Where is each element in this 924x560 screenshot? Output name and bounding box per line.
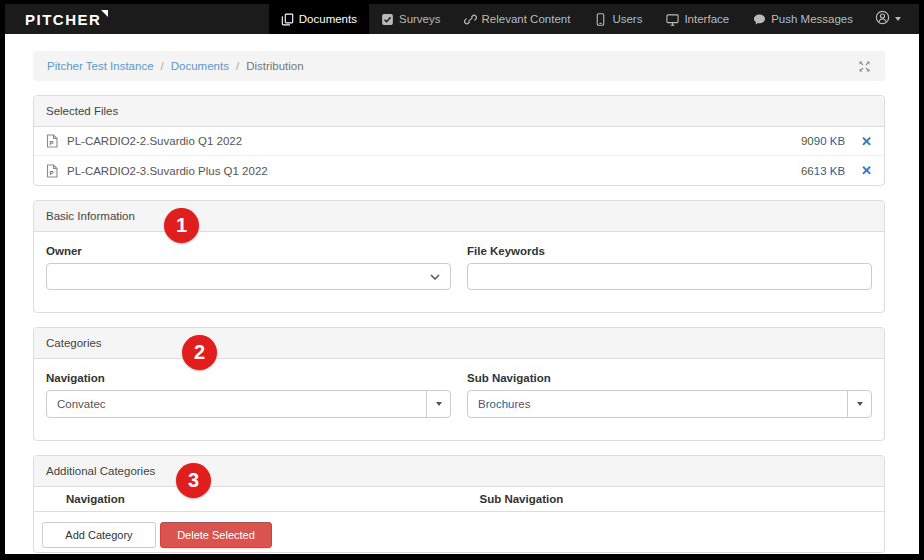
remove-file-button[interactable]: ✕ — [861, 164, 872, 177]
file-row: P PL-CARDIO2-2.Suvardio Q1 2022 9090 KB … — [34, 127, 884, 156]
svg-text:P: P — [49, 140, 53, 146]
brand-arrow-icon — [101, 10, 108, 17]
svg-text:P: P — [49, 169, 53, 175]
mobile-icon — [594, 13, 607, 26]
app-window: PITCHER Documents Surveys Relevant Co — [5, 4, 919, 554]
link-icon — [464, 13, 477, 26]
owner-label: Owner — [46, 245, 451, 257]
documents-icon — [281, 13, 294, 26]
file-name: PL-CARDIO2-3.Suvardio Plus Q1 2022 — [67, 165, 268, 177]
chevron-down-icon — [430, 274, 440, 280]
nav-menu: Documents Surveys Relevant Content Users — [269, 4, 919, 34]
nav-item-documents[interactable]: Documents — [269, 4, 369, 34]
caret-down-icon — [857, 402, 863, 406]
arrows-expand-icon — [858, 60, 871, 73]
basic-information-panel: 1 Basic Information Owner File Keywords — [33, 200, 885, 313]
categories-title: Categories — [34, 328, 884, 359]
additional-categories-panel: 3 Additional Categories Navigation Sub N… — [33, 455, 885, 553]
top-navbar: PITCHER Documents Surveys Relevant Co — [5, 4, 919, 34]
surveys-icon — [381, 13, 394, 26]
add-category-button[interactable]: Add Category — [42, 522, 156, 548]
nav-item-relevant-content[interactable]: Relevant Content — [453, 4, 583, 34]
step-badge-3: 3 — [176, 463, 211, 498]
breadcrumb: Pitcher Test Instance / Documents / Dist… — [33, 51, 885, 81]
nav-item-push-messages[interactable]: Push Messages — [741, 4, 865, 34]
file-row: P PL-CARDIO2-3.Suvardio Plus Q1 2022 661… — [34, 156, 884, 185]
file-size: 9090 KB — [801, 135, 845, 147]
sub-navigation-dropdown-value: Brochures — [468, 391, 847, 417]
nav-item-label: Push Messages — [771, 13, 853, 25]
column-header-sub-navigation: Sub Navigation — [470, 487, 885, 511]
nav-item-surveys[interactable]: Surveys — [369, 4, 453, 34]
navigation-label: Navigation — [46, 372, 451, 384]
comment-icon — [753, 13, 766, 26]
breadcrumb-link-instance[interactable]: Pitcher Test Instance — [47, 60, 154, 72]
sub-navigation-label: Sub Navigation — [467, 372, 872, 384]
file-size: 6613 KB — [801, 165, 845, 177]
step-badge-1: 1 — [164, 208, 199, 243]
navigation-dropdown-value: Convatec — [47, 391, 426, 417]
chevron-down-icon — [895, 17, 901, 21]
breadcrumb-link-documents[interactable]: Documents — [171, 60, 229, 72]
file-keywords-input[interactable] — [467, 263, 872, 290]
additional-categories-title: Additional Categories — [34, 456, 884, 487]
basic-information-title: Basic Information — [34, 201, 884, 232]
breadcrumb-current: Distribution — [246, 60, 304, 72]
pitcher-logo[interactable]: PITCHER — [5, 4, 124, 34]
step-badge-2: 2 — [182, 335, 217, 370]
breadcrumb-separator: / — [161, 60, 164, 72]
nav-item-users[interactable]: Users — [582, 4, 654, 34]
column-header-navigation: Navigation — [34, 487, 470, 511]
brand-text: PITCHER — [25, 11, 101, 28]
caret-down-icon — [436, 402, 442, 406]
additional-categories-table-header: Navigation Sub Navigation — [34, 487, 884, 512]
nav-item-label: Users — [612, 13, 642, 25]
file-document-icon: P — [46, 164, 58, 178]
delete-selected-button[interactable]: Delete Selected — [160, 522, 272, 548]
file-document-icon: P — [46, 134, 58, 148]
dropdown-caret-button[interactable] — [426, 391, 450, 417]
remove-file-button[interactable]: ✕ — [861, 135, 872, 148]
nav-item-interface[interactable]: Interface — [654, 4, 741, 34]
dropdown-caret-button[interactable] — [847, 391, 871, 417]
owner-select[interactable] — [46, 263, 451, 290]
nav-item-label: Documents — [299, 13, 357, 25]
sub-navigation-dropdown[interactable]: Brochures — [467, 390, 872, 418]
desktop-icon — [666, 13, 679, 26]
breadcrumb-separator: / — [236, 60, 239, 72]
user-circle-icon — [875, 10, 890, 29]
fullscreen-toggle-button[interactable] — [858, 60, 871, 73]
nav-item-label: Surveys — [399, 13, 441, 25]
file-name: PL-CARDIO2-2.Suvardio Q1 2022 — [67, 135, 242, 147]
navigation-dropdown[interactable]: Convatec — [46, 390, 451, 418]
selected-files-panel: Selected Files P PL-CARDIO2-2.Suvardio Q… — [33, 95, 885, 186]
account-menu-button[interactable] — [865, 4, 919, 34]
nav-item-label: Relevant Content — [482, 13, 571, 25]
nav-item-label: Interface — [684, 13, 729, 25]
categories-panel: 2 Categories Navigation Convatec Sub Nav… — [33, 327, 885, 441]
file-keywords-label: File Keywords — [467, 245, 872, 257]
selected-files-title: Selected Files — [34, 96, 884, 127]
